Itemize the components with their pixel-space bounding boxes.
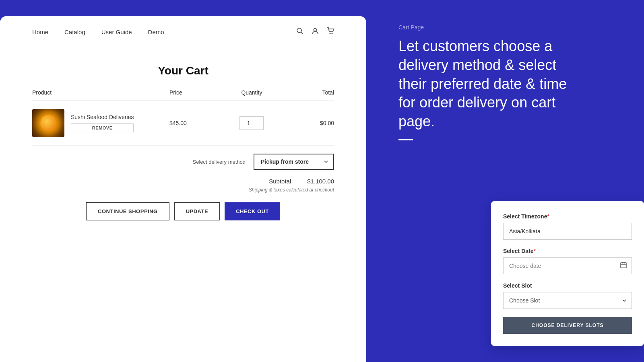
- nav-home[interactable]: Home: [32, 29, 48, 35]
- navigation: Home Catalog User Guide Demo: [0, 16, 366, 48]
- table-row: Sushi Seafood Deliveries REMOVE $45.00 $…: [32, 101, 334, 146]
- subtotal-row: Subtotal $1,100.00: [32, 178, 334, 185]
- col-total: Total: [279, 89, 334, 96]
- svg-point-4: [332, 33, 333, 34]
- continue-shopping-button[interactable]: CONTINUE SHOPPING: [86, 202, 169, 220]
- choose-delivery-slots-button[interactable]: CHOOSE DELIVERY SLOTS: [503, 317, 632, 334]
- col-quantity: Quantity: [224, 89, 279, 96]
- remove-button[interactable]: REMOVE: [71, 123, 134, 132]
- svg-line-1: [301, 32, 303, 34]
- delivery-row: Select delivery method Pickup from store…: [32, 154, 334, 170]
- col-price: Price: [169, 89, 224, 96]
- cart-bottom: Select delivery method Pickup from store…: [32, 154, 334, 220]
- date-input[interactable]: [504, 258, 615, 274]
- delivery-card: Select Timezone* Select Date*: [491, 201, 644, 346]
- account-icon[interactable]: [312, 27, 319, 37]
- col-product: Product: [32, 89, 169, 96]
- calendar-icon[interactable]: [615, 259, 632, 273]
- product-name: Sushi Seafood Deliveries: [71, 114, 134, 120]
- timezone-group: Select Timezone*: [503, 213, 632, 240]
- nav-catalog[interactable]: Catalog: [64, 29, 85, 35]
- table-header: Product Price Quantity Total: [32, 89, 334, 101]
- right-panel: Cart Page Let customers choose a deliver…: [366, 0, 644, 362]
- date-row: [503, 257, 632, 274]
- quantity-cell[interactable]: [224, 116, 279, 130]
- price-cell: $45.00: [169, 120, 224, 126]
- product-image: [32, 109, 64, 137]
- product-cell: Sushi Seafood Deliveries REMOVE: [32, 109, 169, 137]
- slot-select[interactable]: Choose Slot Morning 9AM-12PM Afternoon 1…: [503, 292, 632, 309]
- cart-panel: Home Catalog User Guide Demo: [0, 16, 366, 362]
- nav-links: Home Catalog User Guide Demo: [32, 29, 296, 35]
- svg-point-2: [314, 29, 317, 31]
- delivery-method-label: Select delivery method: [192, 159, 246, 165]
- timezone-label: Select Timezone*: [503, 213, 632, 220]
- slot-group: Select Slot Choose Slot Morning 9AM-12PM…: [503, 282, 632, 309]
- right-title: Let customers choose a delivery method &…: [398, 37, 576, 131]
- quantity-input[interactable]: [239, 116, 264, 130]
- cart-icon[interactable]: [327, 27, 334, 37]
- slot-label: Select Slot: [503, 282, 632, 289]
- product-image-inner: [32, 109, 64, 137]
- subtotal-value: $1,100.00: [307, 178, 334, 185]
- action-buttons: CONTINUE SHOPPING UPDATE CHECK OUT: [32, 202, 334, 220]
- svg-rect-5: [621, 263, 626, 268]
- cart-title: Your Cart: [32, 64, 334, 77]
- search-icon[interactable]: [296, 27, 303, 37]
- shipping-note: Shipping & taxes calculated at checkout: [32, 187, 334, 193]
- product-info: Sushi Seafood Deliveries REMOVE: [71, 114, 134, 132]
- cart-content: Your Cart Product Price Quantity Total S…: [0, 48, 366, 362]
- nav-user-guide[interactable]: User Guide: [101, 29, 132, 35]
- subtotal-label: Subtotal: [269, 178, 291, 185]
- update-button[interactable]: UPDATE: [174, 202, 220, 220]
- right-subtitle: Cart Page: [398, 24, 620, 31]
- checkout-button[interactable]: CHECK OUT: [225, 202, 280, 220]
- total-cell: $0.00: [279, 120, 334, 126]
- timezone-input[interactable]: [503, 223, 632, 240]
- svg-point-0: [297, 28, 301, 33]
- nav-icons: [296, 27, 334, 37]
- delivery-select[interactable]: Pickup from store Home Delivery Express …: [254, 154, 334, 170]
- date-label: Select Date*: [503, 248, 632, 254]
- nav-demo[interactable]: Demo: [148, 29, 164, 35]
- date-group: Select Date*: [503, 248, 632, 274]
- svg-point-3: [330, 33, 331, 34]
- right-divider: [398, 139, 413, 140]
